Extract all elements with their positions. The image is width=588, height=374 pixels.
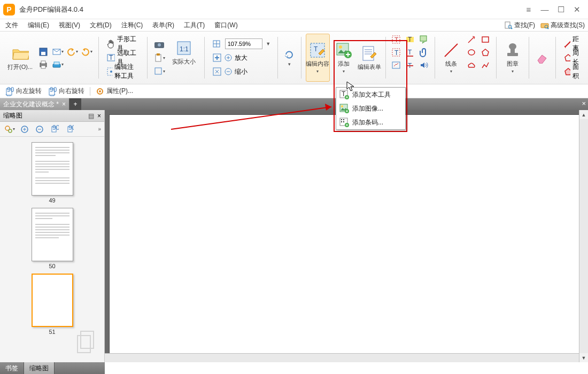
actual-size-button[interactable]: 1:1 实际大小 <box>169 38 199 67</box>
window-minimize-button[interactable]: — <box>537 5 553 14</box>
print-button[interactable] <box>37 59 50 71</box>
bookmarks-tab[interactable]: 书签 <box>0 362 24 374</box>
menu-form[interactable]: 表单(R) <box>150 20 176 31</box>
tabstrip-close-button[interactable]: × <box>582 99 586 107</box>
lines-button[interactable]: 线条▾ <box>439 34 463 82</box>
svg-rect-21 <box>157 53 160 56</box>
callout-tool[interactable] <box>417 34 430 45</box>
add-barcode-item[interactable]: 添加条码... <box>336 115 405 129</box>
workspace: 缩略图 ▤ × ▾ 90 90 » 49 50 51 <box>0 110 588 362</box>
link-tool[interactable] <box>390 59 403 71</box>
menu-annotation[interactable]: 注释(C) <box>119 20 145 31</box>
menu-file[interactable]: 文件 <box>3 20 20 31</box>
redo-button[interactable]: ▾ <box>80 46 93 58</box>
page-canvas[interactable]: ▲ ▼ <box>105 110 588 362</box>
cloud-shape[interactable] <box>465 59 478 71</box>
undo-button[interactable]: ▾ <box>66 46 79 58</box>
svg-rect-22 <box>155 68 161 74</box>
polyline-shape[interactable] <box>479 59 492 71</box>
edit-content-button[interactable]: T 编辑内容▾ <box>306 34 329 82</box>
zoom-in-button[interactable]: 放大 <box>210 51 250 65</box>
rect-shape[interactable] <box>479 34 492 45</box>
advanced-find-link[interactable]: 高级查找(S) <box>540 21 585 30</box>
panel-close-button[interactable]: × <box>97 112 101 120</box>
clipboard-button[interactable]: ▾ <box>153 52 166 64</box>
zoom-out-button[interactable]: 缩小 <box>210 65 250 79</box>
scroll-up-button[interactable]: ▲ <box>579 110 588 119</box>
menu-view[interactable]: 视图(V) <box>57 20 82 31</box>
thumbnails-list[interactable]: 49 50 51 <box>0 137 104 362</box>
menu-document[interactable]: 文档(D) <box>88 20 114 31</box>
snapshot-button[interactable] <box>153 38 166 50</box>
ellipse-shape[interactable] <box>465 46 478 58</box>
polygon-shape[interactable] <box>479 46 492 58</box>
annotation-edit-tool-button[interactable]: 编辑注释工具 <box>104 65 142 79</box>
menu-bar: 文件 编辑(E) 视图(V) 文档(D) 注释(C) 表单(R) 工具(T) 窗… <box>0 19 588 31</box>
scroll-down-button[interactable]: ▼ <box>579 353 588 362</box>
thumbnails-tab[interactable]: 缩略图 <box>24 362 55 374</box>
rotate-view-button[interactable] <box>283 49 296 60</box>
window-close-button[interactable]: ✕ <box>569 5 585 14</box>
save-button[interactable] <box>37 46 50 58</box>
highlight-tool[interactable]: T <box>404 34 416 45</box>
zoom-input[interactable] <box>225 38 262 49</box>
thumbnails-toolbar: ▾ 90 90 » <box>0 122 104 137</box>
eraser-button[interactable] <box>534 50 550 65</box>
add-image-item[interactable]: 添加图像... <box>336 102 405 115</box>
vertical-scrollbar[interactable]: ▲ ▼ <box>579 110 588 362</box>
svg-point-82 <box>341 105 343 107</box>
rotate-icon <box>284 49 295 60</box>
text-box-icon: T <box>391 35 401 44</box>
underline-tool[interactable]: T <box>404 46 416 58</box>
stamp-button[interactable]: 图章▾ <box>501 34 524 82</box>
rotate-left-button[interactable]: 90 向左旋转 <box>4 87 42 96</box>
arrow-shape[interactable] <box>465 34 478 45</box>
menu-edit[interactable]: 编辑(E) <box>26 20 51 31</box>
add-text-tool-item[interactable]: T 添加文本工具 <box>336 88 405 102</box>
open-button[interactable]: 打开(O)... <box>4 44 36 72</box>
add-button[interactable]: 添加▾ <box>332 34 355 82</box>
thumb-settings-button[interactable]: ▾ <box>3 123 16 135</box>
folder-open-icon <box>12 45 29 62</box>
scan-button[interactable]: ▾ <box>51 59 64 71</box>
thumb-rotate-cw-button[interactable]: 90 <box>63 123 76 135</box>
menu-window[interactable]: 窗口(W) <box>212 20 239 31</box>
thumb-zoom-in-button[interactable] <box>18 123 31 135</box>
attachment-tool[interactable] <box>417 46 430 58</box>
menu-tool[interactable]: 工具(T) <box>182 20 207 31</box>
thumb-zoom-out-button[interactable] <box>33 123 46 135</box>
strikeout-tool[interactable]: T <box>404 59 416 71</box>
svg-text:1:1: 1:1 <box>180 45 189 53</box>
sound-tool[interactable] <box>417 59 430 71</box>
properties-button[interactable]: 属性(P)... <box>96 87 133 96</box>
add-dropdown-menu: T 添加文本工具 添加图像... 添加条码... <box>336 87 406 130</box>
page-view[interactable] <box>109 114 584 358</box>
text-box-tool[interactable]: T <box>390 34 403 45</box>
horizontal-scrollbar[interactable] <box>105 353 579 362</box>
thumb-rotate-ccw-button[interactable]: 90 <box>48 123 61 135</box>
redo-icon <box>81 47 90 57</box>
edit-form-button[interactable]: 编辑表单 <box>358 34 381 82</box>
thumbnail-50[interactable]: 50 <box>28 208 76 269</box>
perimeter-icon <box>563 53 570 63</box>
svg-line-51 <box>445 44 458 57</box>
zoom-dropdown-button[interactable]: ▼ <box>265 38 272 50</box>
text-tool-2[interactable]: T <box>390 46 403 58</box>
find-link[interactable]: 查找(F) <box>504 21 535 30</box>
fit-page-button[interactable] <box>210 38 223 50</box>
thumbnail-51[interactable]: 51 <box>28 274 76 335</box>
email-button[interactable]: ▾ <box>51 46 64 58</box>
advanced-find-icon <box>540 21 549 29</box>
window-maximize-button[interactable]: ☐ <box>553 5 569 14</box>
tab-close-button[interactable]: × <box>62 100 66 108</box>
area-button[interactable]: 面积 <box>561 65 584 79</box>
panel-menu-button[interactable]: ▤ <box>88 112 94 120</box>
screenshot-button[interactable]: ▾ <box>153 65 166 77</box>
thumbnail-49[interactable]: 49 <box>28 142 76 204</box>
new-tab-button[interactable]: + <box>69 98 81 110</box>
rotate-right-button[interactable]: 90 向右旋转 <box>47 87 84 96</box>
highlight-icon: T <box>405 35 415 44</box>
thumb-menu-chevron[interactable]: » <box>98 126 101 132</box>
window-menu-button[interactable]: ≡ <box>521 5 537 14</box>
document-tab[interactable]: 企业文化建设概念 * × <box>0 98 69 110</box>
